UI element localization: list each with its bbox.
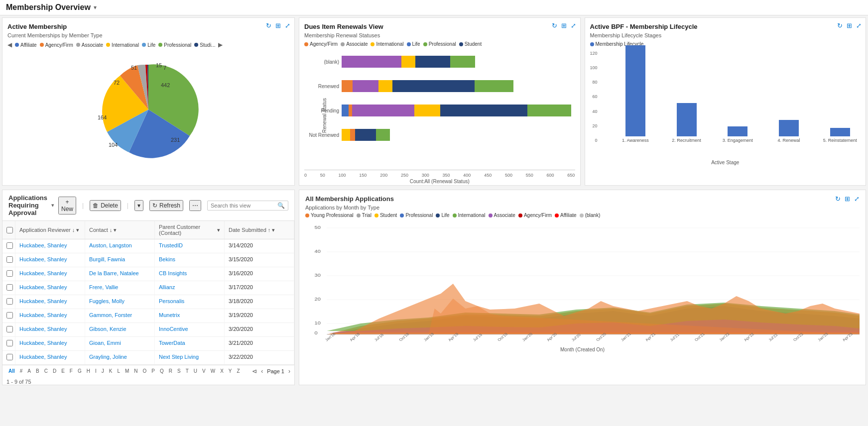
alpha-d-btn[interactable]: D	[51, 367, 58, 375]
select-all-checkbox[interactable]	[6, 227, 13, 233]
row-checkbox[interactable]	[2, 309, 15, 322]
alpha-x-btn[interactable]: X	[218, 367, 226, 375]
download-icon-3[interactable]: ⊞	[847, 22, 852, 29]
row-contact[interactable]: Gioan, Emmi	[85, 337, 155, 350]
alpha-all-btn[interactable]: All	[6, 367, 17, 375]
row-reviewer[interactable]: Huckabee, Shanley	[15, 253, 85, 267]
row-reviewer[interactable]: Huckabee, Shanley	[15, 351, 85, 364]
header-chevron-icon[interactable]: ▾	[94, 4, 97, 11]
row-checkbox[interactable]	[2, 281, 15, 295]
alpha-q-btn[interactable]: Q	[158, 367, 166, 375]
alpha-m-btn[interactable]: M	[123, 367, 131, 375]
expand-icon[interactable]: ⤢	[285, 22, 290, 29]
alpha-z-btn[interactable]: Z	[235, 367, 242, 375]
row-parent[interactable]: Next Step Living	[155, 351, 225, 364]
row-contact[interactable]: Gammon, Forster	[85, 309, 155, 322]
row-contact[interactable]: Fuggles, Molly	[85, 295, 155, 309]
first-page-btn[interactable]: ⊲	[252, 368, 257, 375]
checkbox-col[interactable]	[2, 221, 15, 239]
alpha-s-btn[interactable]: S	[175, 367, 183, 375]
alpha-g-btn[interactable]: G	[76, 367, 84, 375]
alpha-f-btn[interactable]: F	[68, 367, 75, 375]
dropdown-button[interactable]: ▾	[134, 200, 143, 211]
alpha-o-btn[interactable]: O	[141, 367, 149, 375]
delete-button[interactable]: 🗑 Delete	[90, 200, 121, 211]
row-contact[interactable]: Auston, Langston	[85, 239, 155, 253]
row-checkbox[interactable]	[2, 253, 15, 267]
alpha-i-btn[interactable]: I	[93, 367, 99, 375]
alpha-l-btn[interactable]: L	[115, 367, 122, 375]
row-parent[interactable]: TowerData	[155, 337, 225, 350]
alpha-b-btn[interactable]: B	[34, 367, 41, 375]
row-reviewer[interactable]: Huckabee, Shanley	[15, 337, 85, 350]
row-reviewer[interactable]: Huckabee, Shanley	[15, 309, 85, 322]
alpha-u-btn[interactable]: U	[192, 367, 199, 375]
row-contact[interactable]: Burgill, Fawnia	[85, 253, 155, 267]
row-reviewer[interactable]: Huckabee, Shanley	[15, 323, 85, 336]
alpha-v-btn[interactable]: V	[200, 367, 208, 375]
col-date[interactable]: Date Submitted ↑ ▾	[225, 221, 294, 239]
row-parent[interactable]: Munetrix	[155, 309, 225, 322]
row-checkbox[interactable]	[2, 337, 15, 350]
row-parent[interactable]: Allianz	[155, 281, 225, 295]
filter-icon[interactable]: ▾	[217, 227, 220, 233]
alpha-w-btn[interactable]: W	[209, 367, 217, 375]
row-checkbox[interactable]	[2, 239, 15, 253]
legend-next-btn[interactable]: ▶	[218, 41, 223, 48]
app-chevron-icon[interactable]: ▾	[51, 202, 54, 209]
download-icon-4[interactable]: ⊞	[845, 195, 850, 203]
more-button[interactable]: ⋯	[189, 200, 201, 211]
alpha-k-btn[interactable]: K	[107, 367, 115, 375]
next-page-btn[interactable]: ›	[288, 368, 290, 375]
row-reviewer[interactable]: Huckabee, Shanley	[15, 281, 85, 295]
row-parent[interactable]: Bekins	[155, 253, 225, 267]
row-reviewer[interactable]: Huckabee, Shanley	[15, 295, 85, 309]
alpha-p-btn[interactable]: P	[149, 367, 157, 375]
expand-icon-4[interactable]: ⤢	[854, 195, 860, 203]
row-parent[interactable]: TrustedID	[155, 239, 225, 253]
refresh-icon-4[interactable]: ↻	[835, 195, 841, 203]
row-parent[interactable]: InnoCentive	[155, 323, 225, 336]
col-contact[interactable]: Contact ↓ ▾	[85, 221, 155, 239]
alpha-h-btn[interactable]: H	[85, 367, 92, 375]
filter-icon[interactable]: ▾	[272, 227, 275, 233]
refresh-icon[interactable]: ↻	[266, 22, 271, 29]
alpha-y-btn[interactable]: Y	[227, 367, 234, 375]
alpha-e-btn[interactable]: E	[59, 367, 67, 375]
row-checkbox[interactable]	[2, 295, 15, 309]
legend-prev-btn[interactable]: ◀	[7, 41, 12, 48]
row-contact[interactable]: Grayling, Joline	[85, 351, 155, 364]
row-contact[interactable]: Gibson, Kenzie	[85, 323, 155, 336]
row-parent[interactable]: Personalis	[155, 295, 225, 309]
refresh-icon-2[interactable]: ↻	[552, 22, 557, 29]
expand-icon-2[interactable]: ⤢	[571, 22, 576, 29]
refresh-button[interactable]: ↻ Refresh	[149, 200, 183, 211]
expand-icon-3[interactable]: ⤢	[856, 22, 862, 29]
row-checkbox[interactable]	[2, 323, 15, 336]
row-checkbox[interactable]	[2, 351, 15, 364]
alpha-r-btn[interactable]: R	[167, 367, 174, 375]
search-box[interactable]: 🔍	[207, 201, 288, 211]
new-button[interactable]: + New	[58, 197, 76, 214]
row-parent[interactable]: CB Insights	[155, 267, 225, 281]
row-reviewer[interactable]: Huckabee, Shanley	[15, 239, 85, 253]
alpha-n-btn[interactable]: N	[132, 367, 139, 375]
filter-icon[interactable]: ▾	[114, 227, 117, 233]
refresh-icon-3[interactable]: ↻	[837, 22, 843, 29]
alpha-c-btn[interactable]: C	[42, 367, 50, 375]
download-icon-2[interactable]: ⊞	[561, 22, 567, 29]
alpha-j-btn[interactable]: J	[100, 367, 106, 375]
alpha-hash-btn[interactable]: #	[18, 367, 25, 375]
alpha-t-btn[interactable]: T	[184, 367, 191, 375]
filter-icon[interactable]: ▾	[76, 227, 79, 233]
row-contact[interactable]: De la Barre, Natalee	[85, 267, 155, 281]
search-input[interactable]	[211, 203, 275, 209]
row-checkbox[interactable]	[2, 267, 15, 281]
col-reviewer[interactable]: Application Reviewer ↓ ▾	[15, 221, 85, 239]
download-icon[interactable]: ⊞	[275, 22, 281, 29]
alpha-a-btn[interactable]: A	[25, 367, 33, 375]
row-contact[interactable]: Frere, Vallie	[85, 281, 155, 295]
row-reviewer[interactable]: Huckabee, Shanley	[15, 267, 85, 281]
col-parent[interactable]: Parent Customer (Contact) ▾	[155, 221, 225, 239]
prev-page-btn[interactable]: ‹	[261, 368, 263, 375]
